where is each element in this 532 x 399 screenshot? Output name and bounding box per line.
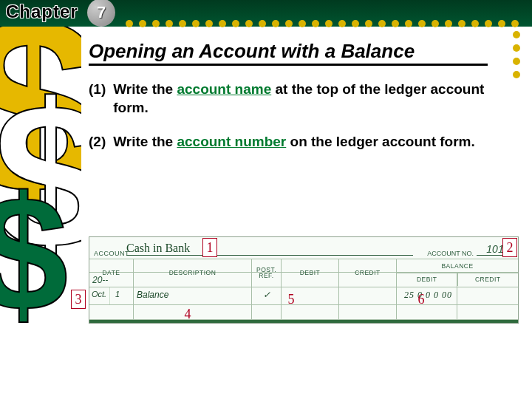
callout-6: 6 — [414, 290, 429, 309]
ledger-illustration: 1 2 3 4 5 6 ACCOUNT Cash in Bank ACCOUNT… — [89, 236, 519, 324]
header-balance: BALANCE — [397, 259, 518, 273]
dollar-icon: $ — [0, 189, 68, 319]
step-keyword: account number — [177, 134, 286, 149]
ledger-year-row: 20-- — [89, 273, 518, 287]
callout-1: 1 — [202, 238, 217, 257]
chapter-number: 7 — [97, 3, 106, 22]
ledger-entry-row: Oct. 1 Balance ✓ 25 0 0 0 00 — [89, 287, 518, 305]
ledger-header-row: DATE DESCRIPTION POST. REF. DEBIT CREDIT… — [89, 259, 518, 273]
entry-balance-credit — [457, 287, 518, 304]
callout-2: 2 — [502, 238, 517, 257]
page-title: Opening an Account with a Balance — [89, 41, 488, 66]
account-label: ACCOUNT — [89, 250, 126, 257]
callout-5: 5 — [284, 290, 299, 309]
entry-day: 1 — [110, 287, 122, 304]
chapter-label: Chapter — [6, 1, 78, 22]
dot-row-decoration — [126, 20, 519, 27]
step-text: Write the account number on the ledger a… — [113, 133, 488, 151]
step-item: (2) Write the account number on the ledg… — [89, 133, 488, 151]
entry-description: Balance — [134, 287, 252, 304]
step-item: (1) Write the account name at the top of… — [89, 81, 488, 117]
sidebar-dollar-art: $ $ $ — [0, 27, 81, 399]
entry-month: Oct. — [89, 287, 110, 304]
dot-col-decoration — [513, 31, 520, 78]
ledger-account-row: ACCOUNT Cash in Bank ACCOUNT NO. 101 — [89, 237, 518, 259]
step-text: Write the account name at the top of the… — [113, 81, 488, 117]
step-number: (1) — [89, 81, 106, 117]
ledger-year: 20-- — [89, 273, 134, 287]
step-keyword: account name — [177, 81, 271, 97]
ledger-form: ACCOUNT Cash in Bank ACCOUNT NO. 101 DAT… — [89, 236, 519, 324]
chapter-number-disc: 7 — [87, 0, 115, 27]
callout-3: 3 — [71, 290, 86, 309]
callout-4: 4 — [180, 304, 195, 324]
ledger-bottom-strip — [89, 320, 518, 323]
entry-credit — [339, 287, 397, 304]
entry-date: Oct. 1 — [89, 287, 134, 304]
content-area: Opening an Account with a Balance (1) Wr… — [89, 41, 502, 168]
step-number: (2) — [89, 133, 106, 151]
entry-post-ref: ✓ — [252, 287, 282, 304]
ledger-blank-row — [89, 305, 518, 320]
account-no-label: ACCOUNT NO. — [419, 250, 477, 257]
account-name-value: Cash in Bank — [126, 242, 413, 256]
